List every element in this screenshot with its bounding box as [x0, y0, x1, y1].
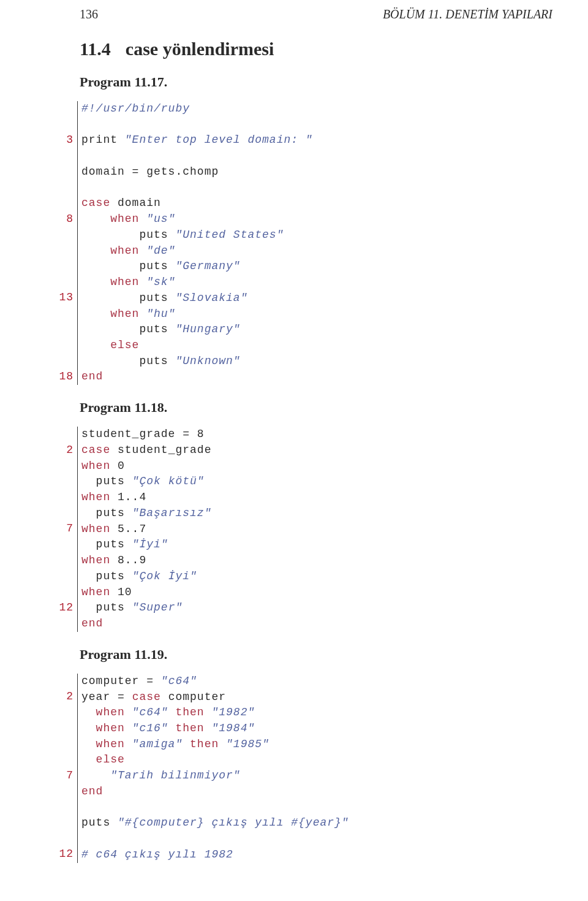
section-title-text: case yönlendirmesi: [126, 39, 274, 59]
code-text: puts: [81, 323, 175, 335]
code-text: 0: [110, 460, 125, 472]
code-string: "İyi": [132, 538, 168, 550]
code-text: puts: [81, 292, 175, 304]
code-string: "c64": [125, 706, 168, 718]
code-text: student_grade = 8: [81, 428, 205, 440]
code-keyword: when: [81, 308, 139, 320]
code-keyword: case: [81, 444, 110, 456]
code-text: 8..9: [110, 554, 146, 566]
code-string: "Slovakia": [175, 292, 247, 304]
page-number: 136: [80, 7, 98, 21]
code-comment: # c64 çıkış yılı 1982: [81, 848, 233, 861]
code-text: puts: [81, 355, 175, 367]
code-text: puts: [81, 816, 118, 829]
code-keyword: when: [81, 706, 125, 718]
code-keyword: then: [168, 706, 205, 718]
code-keyword: end: [81, 617, 103, 629]
code-listing-18: 2 7 12 student_grade = 8 case student_gr…: [28, 427, 552, 632]
page-header: 136 BÖLÜM 11. DENETİM YAPILARI: [80, 7, 552, 21]
line-number: 12: [28, 846, 74, 862]
code-string: "Başarısız": [132, 507, 212, 519]
line-number-gutter: 3 8 13 18: [28, 101, 77, 385]
code-text: puts: [81, 538, 132, 550]
code-text: puts: [81, 601, 132, 614]
code-keyword: when: [81, 586, 110, 598]
code-keyword: end: [81, 370, 103, 382]
code-comment: #!/usr/bin/ruby: [81, 102, 190, 115]
code-body: student_grade = 8 case student_grade whe…: [77, 427, 211, 632]
line-number: 12: [28, 600, 74, 616]
page: 136 BÖLÜM 11. DENETİM YAPILARI 11.4case …: [0, 0, 588, 881]
code-keyword: case: [132, 691, 161, 703]
code-listing-19: 2 7 12 computer = "c64" year = case comp…: [28, 674, 552, 863]
code-string: "1982": [205, 706, 255, 718]
code-body: computer = "c64" year = case computer wh…: [77, 674, 349, 863]
code-string: "c64": [161, 675, 197, 687]
code-string: "Enter top level domain: ": [125, 134, 313, 146]
section-heading: 11.4case yönlendirmesi: [80, 39, 552, 59]
code-text: 1..4: [110, 491, 146, 503]
code-keyword: when: [81, 460, 110, 472]
code-body: #!/usr/bin/ruby print "Enter top level d…: [77, 101, 313, 385]
section-number: 11.4: [80, 39, 111, 59]
code-text: puts: [81, 507, 132, 519]
code-keyword: when: [81, 523, 110, 535]
code-string: "Çok İyi": [132, 570, 197, 582]
chapter-title: BÖLÜM 11. DENETİM YAPILARI: [383, 7, 552, 21]
code-text: computer: [161, 691, 226, 703]
program-title-19: Program 11.19.: [80, 647, 552, 663]
line-number-gutter: 2 7 12: [28, 427, 77, 632]
code-string: "United States": [175, 229, 284, 241]
code-string: "Tarih bilinmiyor": [81, 769, 241, 781]
code-text: computer =: [81, 675, 161, 687]
code-string: "Germany": [175, 260, 240, 272]
code-text: puts: [81, 475, 132, 487]
line-number: 8: [28, 211, 74, 227]
code-text: year =: [81, 691, 132, 703]
code-string: "sk": [139, 276, 175, 288]
code-string: "1985": [219, 738, 270, 750]
line-number: 7: [28, 768, 74, 784]
code-text: print: [81, 134, 125, 146]
code-keyword: end: [81, 785, 103, 797]
code-text: puts: [81, 260, 175, 272]
code-string: "amiga": [125, 738, 183, 750]
code-keyword: when: [81, 738, 125, 750]
code-keyword: when: [81, 491, 110, 503]
line-number-gutter: 2 7 12: [28, 674, 77, 863]
code-keyword: case: [81, 197, 110, 209]
code-text: domain = gets.chomp: [81, 165, 219, 178]
code-text: domain: [110, 197, 161, 209]
code-string: "de": [139, 245, 175, 257]
code-keyword: when: [81, 276, 139, 288]
code-listing-17: 3 8 13 18 #!/usr/bin/ruby print "Enter t…: [28, 101, 552, 385]
program-title-17: Program 11.17.: [80, 74, 552, 90]
code-keyword: else: [81, 753, 125, 766]
line-number: 13: [28, 290, 74, 306]
code-keyword: when: [81, 554, 110, 566]
code-string: "Super": [132, 601, 183, 614]
code-text: puts: [81, 570, 132, 582]
code-string: "Çok kötü": [132, 475, 205, 487]
code-string: "c16": [125, 722, 168, 734]
code-string: "us": [139, 213, 175, 225]
code-string: "Hungary": [175, 323, 240, 335]
code-string: "hu": [139, 308, 175, 320]
code-keyword: when: [81, 722, 125, 734]
line-number: 18: [28, 369, 74, 385]
code-text: 10: [110, 586, 132, 598]
code-keyword: then: [183, 738, 219, 750]
line-number: 7: [28, 521, 74, 537]
line-number: 2: [28, 689, 74, 705]
code-keyword: when: [81, 213, 139, 225]
line-number: 2: [28, 443, 74, 458]
code-keyword: when: [81, 245, 139, 257]
code-text: puts: [81, 229, 175, 241]
code-string: "Unknown": [175, 355, 240, 367]
code-text: 5..7: [110, 523, 146, 535]
code-keyword: else: [81, 339, 139, 351]
line-number: 3: [28, 132, 74, 148]
program-title-18: Program 11.18.: [80, 400, 552, 416]
code-string: "#{computer} çıkış yılı #{year}": [118, 816, 349, 829]
code-string: "1984": [205, 722, 255, 734]
